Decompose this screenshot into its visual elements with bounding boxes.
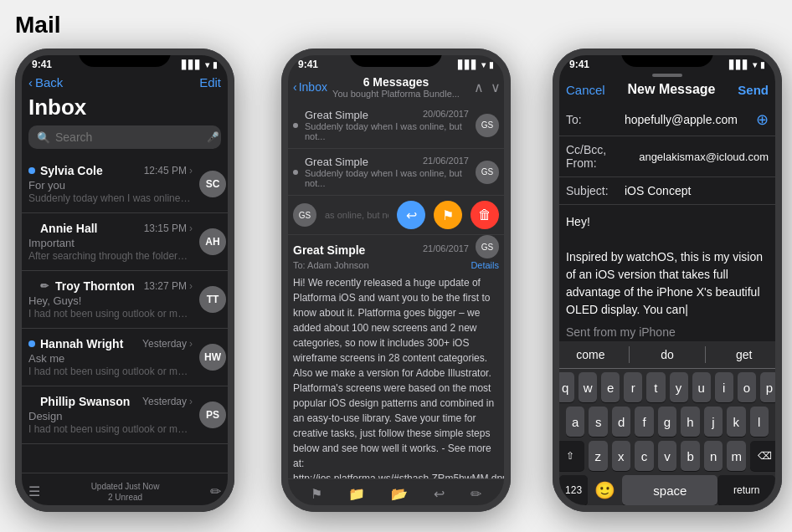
flag-footer-icon[interactable]: ⚑ <box>311 486 322 502</box>
key-i[interactable]: i <box>715 372 733 402</box>
avatar-swipe: GS <box>293 203 316 227</box>
add-recipient-icon[interactable]: ⊕ <box>756 110 769 129</box>
status-time-2: 9:41 <box>298 59 318 70</box>
phone-compose: 9:41 ▋▋▋ ▾ ▮ Cancel New Message Send To:… <box>553 49 782 512</box>
return-key[interactable]: return <box>717 475 775 505</box>
search-bar[interactable]: 🔍 🎤 <box>28 125 221 149</box>
menu-icon[interactable]: ☰ <box>28 483 40 499</box>
suggestion-get[interactable]: get <box>706 346 782 363</box>
message-item-mini[interactable]: Great Simple 20/06/2017 Suddenly today w… <box>281 102 511 149</box>
search-input[interactable] <box>55 130 202 144</box>
down-arrow-icon[interactable]: ∨ <box>491 79 501 95</box>
mail-subject: For you <box>28 179 193 192</box>
key-e[interactable]: e <box>601 372 620 402</box>
space-key[interactable]: space <box>622 475 717 505</box>
mail-item[interactable]: ✏ Troy Thornton 13:27 PM › Hey, Guys! I … <box>15 271 234 329</box>
compose-body-area[interactable]: Hey!Inspired by watchOS, this is my visi… <box>553 205 782 347</box>
key-y[interactable]: y <box>670 372 688 402</box>
subject-value: iOS Concept <box>625 184 769 197</box>
reply-footer-icon[interactable]: ↩ <box>434 486 445 502</box>
flag-button[interactable]: ⚑ <box>434 201 462 229</box>
chevron-right-icon: › <box>189 165 193 176</box>
cc-field[interactable]: Cc/Bcc, From: angelakismax@icloud.com <box>553 136 782 177</box>
suggestion-do[interactable]: do <box>630 346 707 363</box>
shift-key[interactable]: ⇧ <box>556 441 584 471</box>
inbox-nav: ‹ Inbox 6 Messages You bought Platforma … <box>281 74 511 102</box>
key-d[interactable]: d <box>612 407 630 437</box>
back-button-1[interactable]: ‹ Back <box>28 75 63 90</box>
up-arrow-icon[interactable]: ∧ <box>474 79 484 95</box>
send-button[interactable]: Send <box>738 83 769 97</box>
key-v[interactable]: v <box>658 441 677 471</box>
key-f[interactable]: f <box>635 407 653 437</box>
page-title: Mail <box>15 12 60 38</box>
chevron-left-icon: ‹ <box>293 80 297 94</box>
mail-item[interactable]: Hannah Wright Yesterday › Ask me I had n… <box>15 329 234 386</box>
emoji-key[interactable]: 🙂 <box>588 477 622 504</box>
nav-bar-1: ‹ Back Edit <box>15 74 234 95</box>
compose-icon[interactable]: ✏ <box>210 483 221 499</box>
compose-footer-icon[interactable]: ✏ <box>471 486 481 502</box>
email-sender: Great Simple <box>293 243 365 257</box>
delete-key[interactable]: ⌫ <box>750 441 779 471</box>
key-h[interactable]: h <box>681 407 699 437</box>
key-p[interactable]: p <box>760 372 779 402</box>
suggestion-come[interactable]: come <box>553 346 630 363</box>
key-t[interactable]: t <box>646 372 665 402</box>
mail-preview: I had not been using outlook or moving a… <box>28 308 193 320</box>
key-u[interactable]: u <box>692 372 711 402</box>
keyboard-rows: q w e r t y u i o p a s d f g <box>553 369 782 512</box>
battery-icon: ▮ <box>489 60 494 69</box>
status-icons-3: ▋▋▋ ▾ ▮ <box>729 60 765 69</box>
mail-item[interactable]: Annie Hall 13:15 PM › Important After se… <box>15 213 234 271</box>
key-k[interactable]: k <box>727 407 745 437</box>
reply-button[interactable]: ↩ <box>397 201 425 229</box>
mail-item[interactable]: Sylvia Cole 12:45 PM › For you Suddenly … <box>15 156 234 213</box>
key-q[interactable]: q <box>556 372 574 402</box>
mail-item[interactable]: Phillip Swanson Yesterday › Design I had… <box>15 386 234 444</box>
details-button[interactable]: Details <box>471 260 499 270</box>
email-body: Hi! We recently released a huge update o… <box>293 275 499 486</box>
key-l[interactable]: l <box>750 407 769 437</box>
key-c[interactable]: c <box>635 441 654 471</box>
chevron-right-icon: › <box>189 223 193 234</box>
subject-field[interactable]: Subject: iOS Concept <box>553 177 782 205</box>
delete-button[interactable]: 🗑 <box>471 201 499 229</box>
drag-handle <box>652 74 682 77</box>
key-m[interactable]: m <box>727 441 746 471</box>
cancel-button[interactable]: Cancel <box>566 83 605 97</box>
edit-button-1[interactable]: Edit <box>199 75 221 90</box>
email-to-line: To: Adam Johnson Details <box>293 260 499 270</box>
back-button-2[interactable]: ‹ Inbox <box>293 80 327 94</box>
avatar: SC <box>199 171 226 197</box>
status-icons-2: ▋▋▋ ▾ ▮ <box>458 60 494 69</box>
key-r[interactable]: r <box>624 372 642 402</box>
keyboard: come do get q w e r t y u i o p <box>553 341 782 512</box>
drag-handle-area <box>553 74 782 77</box>
key-x[interactable]: x <box>612 441 631 471</box>
to-field[interactable]: To: hopefully@apple.com ⊕ <box>553 104 782 136</box>
nav-arrows[interactable]: ∧ ∨ <box>474 79 501 95</box>
key-w[interactable]: w <box>579 372 597 402</box>
signal-icon: ▋▋▋ <box>729 60 749 69</box>
thread-header: 6 Messages You bought Platforma Bundle..… <box>332 75 460 99</box>
message-item-mini[interactable]: Great Simple 21/06/2017 Suddenly today w… <box>281 149 511 196</box>
key-n[interactable]: n <box>704 441 723 471</box>
archive-icon[interactable]: 📂 <box>391 486 408 502</box>
key-s[interactable]: s <box>589 407 607 437</box>
key-o[interactable]: o <box>738 372 756 402</box>
key-z[interactable]: z <box>589 441 608 471</box>
compose-signature: Sent from my iPhone <box>566 325 769 339</box>
key-b[interactable]: b <box>681 441 700 471</box>
folder-icon[interactable]: 📁 <box>348 486 365 502</box>
keyboard-bottom-row: 123 🙂 space return <box>556 475 779 510</box>
battery-icon: ▮ <box>213 60 218 69</box>
key-g[interactable]: g <box>658 407 676 437</box>
numbers-key[interactable]: 123 <box>559 475 588 505</box>
avatar: PS <box>199 402 226 428</box>
cc-label: Cc/Bcc, From: <box>566 143 639 170</box>
key-a[interactable]: a <box>566 407 584 437</box>
read-dot <box>293 123 298 128</box>
chevron-right-icon: › <box>189 338 193 350</box>
key-j[interactable]: j <box>704 407 723 437</box>
